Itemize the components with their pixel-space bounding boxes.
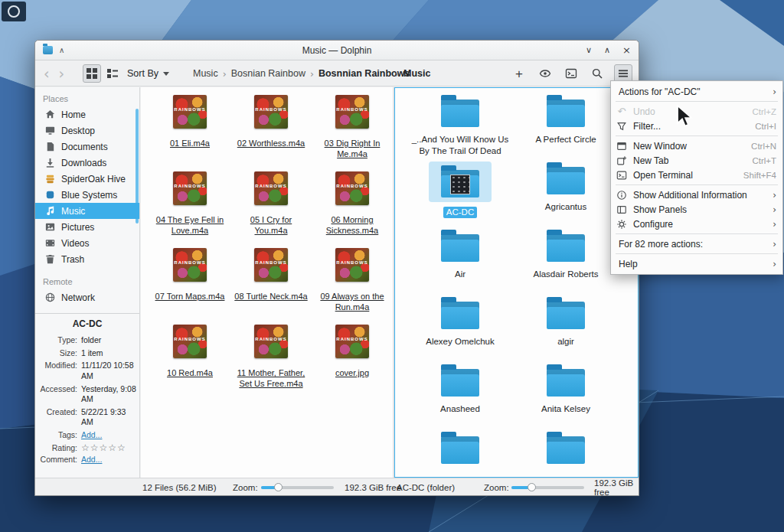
comment-add-link[interactable]: Add... [81,455,136,465]
folder-label: Air [407,269,513,280]
menu-item-more-actions[interactable]: For 82 more actions:› [611,237,782,251]
eye-icon [539,67,551,80]
search-button[interactable] [588,64,606,83]
sidebar-item-desktop[interactable]: Desktop [35,122,139,139]
folder-item[interactable]: Agricantus [513,162,619,225]
folder-item[interactable] [407,431,513,478]
breadcrumb-segment[interactable]: Music [193,68,218,79]
folder-item[interactable]: Anita Kelsey [513,364,619,427]
file-item[interactable]: RAINBOWS 02 Worthless.m4a [233,95,309,161]
album-art-icon: RAINBOWS [254,95,288,129]
close-button[interactable]: × [622,44,631,56]
sort-by-button[interactable]: Sort By [127,60,169,86]
breadcrumb-separator-icon: › [223,68,227,80]
sidebar-item-trash[interactable]: Trash [35,251,139,267]
breadcrumb-segment[interactable]: Bosnian Rainbow [231,68,305,79]
videos-icon [44,237,56,249]
album-art-icon: RAINBOWS [173,171,207,205]
menu-item-actions-for[interactable]: Actions for "AC-DC"› [611,84,782,99]
rating-stars[interactable]: ☆☆☆☆☆ [81,443,136,452]
split-view-button[interactable]: + [510,64,528,83]
breadcrumb-left: Music › Bosnian Rainbow › Bosnnian Rainb… [193,60,410,86]
menu-item-configure[interactable]: Configure› [611,217,782,231]
places-scrollbar[interactable] [136,109,139,224]
menu-item-show-additional-information[interactable]: Show Additional Information› [611,188,782,202]
file-item[interactable]: RAINBOWS cover.jpg [314,325,390,390]
gear-icon [616,219,628,230]
mouse-cursor [676,105,694,129]
sidebar-item-home[interactable]: Home [35,106,139,122]
forward-button[interactable]: › [57,67,67,81]
slider-handle[interactable] [528,483,536,491]
sidebar-item-downloads[interactable]: Downloads [35,155,139,171]
folder-item[interactable]: algir [513,296,619,360]
zoom-slider-right[interactable] [511,478,584,496]
file-item[interactable]: RAINBOWS 11 Mother, Father, Set Us Free.… [233,325,309,390]
compact-view-button[interactable] [103,64,122,83]
info-type-value: folder [81,335,136,346]
back-button[interactable]: ‹ [41,67,52,81]
menu-item-filter[interactable]: Filter...Ctrl+I [611,119,782,133]
folder-item-selected[interactable]: AC-DC [407,162,513,225]
icons-view-button[interactable] [83,64,101,83]
breadcrumb-segment-active[interactable]: Music [403,68,430,79]
folder-item[interactable]: Anasheed [407,364,513,427]
titlebar-expand-icon[interactable]: ∧ [59,46,64,54]
menu-item-new-window[interactable]: New WindowCtrl+N [611,139,782,153]
info-size-value: 1 item [81,348,136,359]
titlebar[interactable]: Music — Dolphin ∧ ∨ ∧ × [35,41,639,60]
menu-item-help[interactable]: Help› [611,256,782,271]
file-item[interactable]: RAINBOWS 10 Red.m4a [152,325,228,390]
sidebar-item-spideroak-hive[interactable]: SpiderOak Hive [35,171,139,187]
maximize-button[interactable]: ∧ [604,45,610,55]
music-note-icon [44,205,56,217]
album-art-icon: RAINBOWS [335,325,369,358]
folder-item[interactable]: A Perfect Circle [513,94,619,158]
file-label: 05 I Cry for You.m4a [233,214,309,237]
file-item[interactable]: RAINBOWS 01 Eli.m4a [152,95,228,161]
terminal-panel-button[interactable] [562,64,580,83]
tags-add-link[interactable]: Add... [81,430,136,441]
file-item[interactable]: RAINBOWS 03 Dig Right In Me.m4a [314,95,390,161]
slider-handle[interactable] [274,483,283,491]
menu-item-undo[interactable]: ↶ UndoCtrl+Z [611,104,782,119]
info-title: AC-DC [35,318,139,329]
file-item[interactable]: RAINBOWS 08 Turtle Neck.m4a [233,248,309,314]
folder-item[interactable]: Alasdair Roberts [513,229,619,292]
folder-item[interactable]: Air [407,229,513,292]
folder-label: Alasdair Roberts [513,269,619,280]
zoom-slider-left[interactable] [261,478,334,496]
folder-item[interactable]: _..And You Will Know Us By The Trail Of … [407,94,513,158]
statusbar: 12 Files (56.2 MiB) Zoom: 192.3 GiB free… [35,478,639,495]
minimize-button[interactable]: ∨ [586,45,592,55]
sidebar-item-music[interactable]: Music [35,203,139,219]
file-item[interactable]: RAINBOWS 09 Always on the Run.m4a [314,248,390,314]
filter-icon [616,121,628,132]
desktop: { "colors": { "accent": "#3daee9", "chro… [0,0,784,532]
preview-toggle-button[interactable] [536,64,554,83]
sidebar-item-pictures[interactable]: Pictures [35,219,139,235]
folder-item[interactable] [513,431,619,478]
sidebar-item-network[interactable]: Network [35,289,139,305]
sort-by-label: Sort By [127,68,158,79]
file-item[interactable]: RAINBOWS 04 The Eye Fell in Love.m4a [152,171,228,237]
plus-icon: + [515,67,523,80]
file-view-left[interactable]: RAINBOWS 01 Eli.m4a RAINBOWS 02 Worthles… [141,87,393,478]
menu-item-open-terminal[interactable]: Open TerminalShift+F4 [611,168,782,182]
sidebar-item-videos[interactable]: Videos [35,235,139,251]
file-view-right[interactable]: _..And You Will Know Us By The Trail Of … [394,87,639,478]
file-item[interactable]: RAINBOWS 05 I Cry for You.m4a [233,171,309,237]
sidebar-item-documents[interactable]: Documents [35,139,139,155]
hamburger-menu-popup: Actions for "AC-DC"› ↶ UndoCtrl+Z Filter… [610,80,783,275]
file-item[interactable]: RAINBOWS 07 Torn Maps.m4a [152,248,228,314]
folder-item[interactable]: Alexey Omelchuk [407,296,513,360]
folder-icon [441,100,479,127]
window-title: Music — Dolphin [35,45,639,56]
folder-label: Anita Kelsey [513,403,619,415]
sidebar-item-blue-systems[interactable]: Blue Systems [35,187,139,203]
menu-item-new-tab[interactable]: New TabCtrl+T [611,153,782,168]
file-item[interactable]: RAINBOWS 06 Morning Sickness.m4a [314,171,390,237]
file-label: 11 Mother, Father, Set Us Free.m4a [233,367,309,390]
file-label: 01 Eli.m4a [152,138,228,149]
menu-item-show-panels[interactable]: Show Panels› [611,202,782,217]
